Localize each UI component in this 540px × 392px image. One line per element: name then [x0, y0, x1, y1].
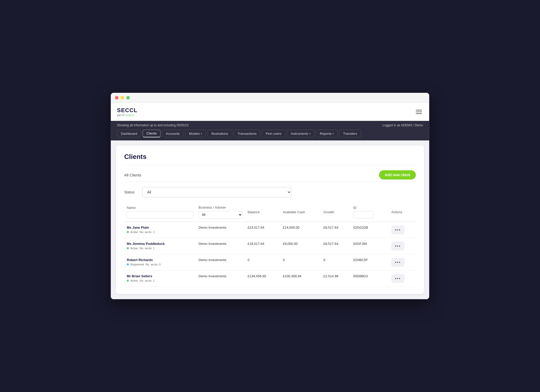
status-filter-select[interactable]: All Active Registered Inactive [142, 187, 291, 197]
client-status: Registered [130, 263, 144, 266]
filter-label: Status [124, 190, 137, 194]
cell-adviser: Demo Investments [196, 271, 245, 287]
status-dot [127, 231, 129, 233]
nav-firm-users[interactable]: Firm users [262, 130, 285, 137]
client-accts: No. accts: 0 [146, 263, 160, 266]
client-meta: Active No. accts: 1 [127, 230, 193, 234]
chevron-down-icon: ▾ [201, 132, 202, 135]
nav-dashboard[interactable]: Dashboard [117, 130, 141, 137]
table-row: Ms Jane Plain Active No. accts: 1 Demo I… [124, 222, 416, 238]
divider [124, 165, 416, 165]
actions-button[interactable]: ••• [391, 242, 404, 251]
titlebar [111, 93, 429, 103]
nav-reports[interactable]: Reports ▾ [316, 130, 338, 137]
client-accts: No. accts: 1 [140, 279, 155, 282]
client-name-text: Robert Richards [127, 258, 193, 262]
clients-table: Name Business / Adviser All Balance Avai… [124, 202, 416, 287]
filter-section: Status All Active Registered Inactive [124, 187, 416, 197]
cell-available-cash: £9,000.00 [280, 238, 321, 254]
client-name-text: Ms Jemima Puddleduck [127, 242, 193, 246]
main-content: Clients All Clients Add new client Statu… [111, 140, 429, 299]
col-name: Name [124, 202, 196, 222]
actions-button[interactable]: ••• [391, 274, 404, 283]
client-status: Active [130, 230, 138, 234]
cell-id: 02HBC5F [350, 254, 389, 271]
cell-name: Mr Brian Sellers Active No. accts: 1 [124, 271, 196, 287]
nav-accounts[interactable]: Accounts [162, 130, 183, 137]
logo-brand: octopus [125, 114, 134, 117]
cell-actions: ••• [389, 254, 416, 271]
logo-main: SECCL [117, 107, 138, 114]
cell-actions: ••• [389, 222, 416, 238]
col-balance: Balance [245, 202, 280, 222]
table-row: Robert Richards Registered No. accts: 0 … [124, 254, 416, 271]
cell-name: Ms Jane Plain Active No. accts: 1 [124, 222, 196, 238]
actions-button[interactable]: ••• [391, 226, 404, 234]
col-id: ID [350, 202, 389, 222]
main-nav: Dashboard Clients Accounts Models ▾ Illu… [111, 130, 429, 140]
add-new-client-button[interactable]: Add new client [379, 170, 416, 180]
menu-button[interactable] [415, 109, 423, 115]
col-available-cash: Available Cash [280, 202, 321, 222]
nav-transactions[interactable]: Transactions [234, 130, 260, 137]
status-dot [127, 280, 129, 282]
col-adviser-label: Business / Adviser [199, 206, 226, 209]
maximize-button[interactable] [126, 96, 130, 100]
close-button[interactable] [115, 96, 119, 100]
card-header-row: All Clients Add new client [124, 170, 416, 180]
cell-balance: £134,456.60 [245, 271, 280, 287]
client-accts: No. accts: 1 [140, 230, 155, 234]
actions-button[interactable]: ••• [391, 258, 404, 267]
client-meta: Registered No. accts: 0 [127, 263, 193, 266]
app-window: SECCL part of octopus Showing all inform… [111, 93, 429, 299]
col-actions: Actions [389, 202, 416, 222]
name-filter-input[interactable] [127, 211, 193, 218]
table-header-row: Name Business / Adviser All Balance Avai… [124, 202, 416, 222]
topbar-info: Showing all information up to and includ… [117, 123, 188, 127]
divider2 [124, 182, 416, 182]
adviser-filter-select[interactable]: All [199, 211, 242, 219]
chevron-down-icon: ▾ [332, 132, 334, 135]
cell-growth: £2,514.98 [321, 271, 351, 287]
cell-actions: ••• [389, 271, 416, 287]
cell-available-cash: £100,308.94 [280, 271, 321, 287]
cell-growth: £8,517.64 [321, 222, 351, 238]
page-title: Clients [124, 153, 416, 161]
client-status: Active [130, 247, 138, 250]
clients-tbody: Ms Jane Plain Active No. accts: 1 Demo I… [124, 222, 416, 287]
nav-instruments[interactable]: Instruments ▾ [287, 130, 314, 137]
cell-id: 02GFJ94 [350, 238, 389, 254]
cell-name: Robert Richards Registered No. accts: 0 [124, 254, 196, 271]
status-dot [127, 263, 129, 265]
nav-models[interactable]: Models ▾ [185, 130, 206, 137]
table-row: Mr Brian Sellers Active No. accts: 1 Dem… [124, 271, 416, 287]
cell-balance: £23,517.64 [245, 222, 280, 238]
nav-clients[interactable]: Clients [143, 130, 161, 137]
nav-illustrations[interactable]: Illustrations [208, 130, 232, 137]
cell-available-cash: £14,000.00 [280, 222, 321, 238]
minimize-button[interactable] [121, 96, 124, 100]
topbar: Showing all information up to and includ… [111, 121, 429, 130]
hamburger-line [416, 113, 422, 114]
cell-id: 00D8BG3 [350, 271, 389, 287]
cell-id: 02GG22B [350, 222, 389, 238]
chevron-down-icon: ▾ [309, 132, 311, 135]
logo-sub: part of octopus [117, 114, 138, 117]
cell-balance: £18,517.64 [245, 238, 280, 254]
client-accts: No. accts: 1 [140, 247, 155, 250]
col-growth: Growth [321, 202, 351, 222]
col-id-label: ID [353, 206, 356, 210]
client-meta: Active No. accts: 1 [127, 247, 193, 250]
client-status: Active [130, 279, 138, 282]
cell-adviser: Demo Investments [196, 222, 245, 238]
hamburger-line [416, 112, 422, 112]
nav-transfers[interactable]: Transfers [339, 130, 361, 137]
client-name-text: Mr Brian Sellers [127, 274, 193, 278]
topbar-user: Logged in as ADEMO / Demo [383, 123, 423, 127]
section-label: All Clients [124, 173, 141, 177]
id-filter-input[interactable] [353, 211, 374, 218]
table-row: Ms Jemima Puddleduck Active No. accts: 1… [124, 238, 416, 254]
cell-growth: 0 [321, 254, 351, 271]
clients-table-wrapper: Name Business / Adviser All Balance Avai… [124, 202, 416, 287]
cell-name: Ms Jemima Puddleduck Active No. accts: 1 [124, 238, 196, 254]
